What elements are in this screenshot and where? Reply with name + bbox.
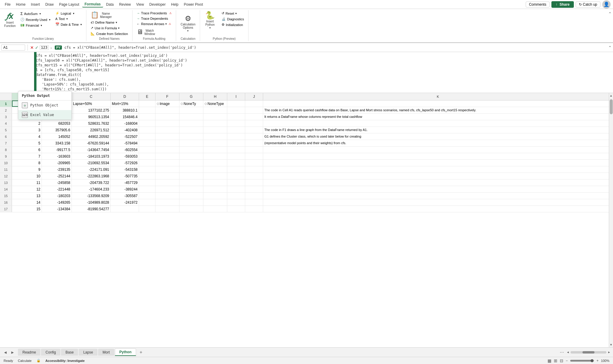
cell-i13[interactable] [227,179,245,186]
hscroll-track[interactable] [571,351,606,354]
cell-b17[interactable]: -134384 [42,206,72,212]
cell-i15[interactable] [227,193,245,199]
cell-h12[interactable] [203,173,227,179]
python-object-option[interactable]: ◇ Python Object [18,100,71,110]
remove-arrows-dropdown-icon[interactable]: ▾ [165,22,167,25]
cell-j8[interactable] [245,147,263,153]
cell-k8[interactable] [263,147,613,153]
cell-i11[interactable] [227,166,245,173]
insert-python-button[interactable]: 🐍 InsertPython ▾ [202,11,217,30]
use-in-formula-dropdown-icon[interactable]: ▾ [118,27,120,30]
formula-bar-expand-icon[interactable]: ⌃ [608,45,612,50]
cell-a15[interactable]: 13 [12,193,42,199]
vertical-scrollbar[interactable]: ▲ ▼ [609,93,613,347]
cell-b9[interactable]: -163603 [42,153,72,159]
formula-mode-icon[interactable]: 123 [40,45,49,50]
cell-i14[interactable] [227,186,245,192]
cell-k1[interactable] [263,100,613,107]
zoom-in-icon[interactable]: + [597,359,599,363]
cell-e4[interactable] [139,120,155,127]
catchup-button[interactable]: ↻ Catch up [576,1,600,7]
cell-g11[interactable] [179,166,203,173]
cell-d1[interactable]: Mort+15% [111,100,139,107]
cell-e17[interactable] [139,206,155,212]
cell-f17[interactable] [155,206,179,212]
cell-k2[interactable]: The code in Cell A1 reads queried cashfl… [263,107,613,113]
share-button[interactable]: ↑ Share [551,1,574,8]
define-name-button[interactable]: 🏷 Define Name ▾ [89,20,119,25]
cell-f11[interactable] [155,166,179,173]
cell-h11[interactable] [203,166,227,173]
cell-g13[interactable] [179,179,203,186]
hscroll-left-icon[interactable]: ◄ [566,351,569,354]
cell-c2[interactable]: 1377102.275 [72,107,111,113]
col-header-e[interactable]: E [139,93,155,100]
cell-a13[interactable]: 11 [12,179,42,186]
cell-h17[interactable] [203,206,227,212]
add-sheet-button[interactable]: + [137,348,145,356]
cell-f2[interactable] [155,107,179,113]
cell-f15[interactable] [155,193,179,199]
ribbon-collapse-icon[interactable]: ⌃ [608,11,612,16]
review-menu[interactable]: Review [117,2,133,7]
trace-dependents-button[interactable]: → Trace Dependents [135,16,170,21]
cell-f13[interactable] [155,179,179,186]
cell-i17[interactable] [227,206,245,212]
cell-i8[interactable] [227,147,245,153]
cell-a10[interactable]: 8 [12,160,42,166]
reset-button[interactable]: ↺ Reset ▾ [220,11,246,16]
scroll-down-icon[interactable]: ▼ [609,342,613,347]
col-header-f[interactable]: F [155,93,179,100]
cell-c4[interactable]: 528631.7632 [72,120,111,127]
cell-k15[interactable] [263,193,613,199]
cell-c16[interactable]: -104989.8028 [72,199,111,205]
cell-d6[interactable]: -522507 [111,133,139,140]
cell-b14[interactable]: -221448 [42,186,72,192]
initialization-button[interactable]: ⚙ Initialization [220,22,246,27]
cell-a7[interactable]: 5 [12,140,42,146]
zoom-slider[interactable] [570,360,594,362]
cell-g14[interactable] [179,186,203,192]
col-header-h[interactable]: H [203,93,227,100]
cell-e12[interactable] [139,173,155,179]
col-header-d[interactable]: D [111,93,139,100]
cell-f10[interactable] [155,160,179,166]
cell-f5[interactable] [155,127,179,133]
cell-d3[interactable]: 154846.4 [111,114,139,120]
cell-d11[interactable]: -543158 [111,166,139,173]
recently-used-button[interactable]: 🕐 Recently Used ▾ [19,17,52,22]
horizontal-scrollbar[interactable]: ◄ ► [566,351,611,354]
expand-formula-icon[interactable]: ⌄ [50,46,52,49]
trace-precedents-button[interactable]: → Trace Precedents ⚠ [135,11,173,16]
date-time-dropdown-icon[interactable]: ▾ [80,23,82,26]
cell-j13[interactable] [245,179,263,186]
cell-f8[interactable] [155,147,179,153]
cell-e2[interactable] [139,107,155,113]
use-in-formula-button[interactable]: ↗ Use in Formula ▾ [89,25,121,31]
cell-e1[interactable] [139,100,155,107]
cell-a9[interactable]: 7 [12,153,42,159]
cell-e9[interactable] [139,153,155,159]
cell-d9[interactable]: -593053 [111,153,139,159]
cell-i3[interactable] [227,114,245,120]
page-layout-view-icon[interactable]: ⊞ [554,358,557,363]
cell-j7[interactable] [245,140,263,146]
autosum-dropdown-icon[interactable]: ▾ [39,12,41,15]
cell-c17[interactable]: -81990.54277 [72,206,111,212]
cell-e6[interactable] [139,133,155,140]
cell-g2[interactable] [179,107,203,113]
insert-python-dropdown-icon[interactable]: ▾ [209,26,211,29]
cell-h9[interactable] [203,153,227,159]
create-from-selection-button[interactable]: 📐 Create from Selection [89,31,129,36]
financial-button[interactable]: 💵 Financial ▾ [19,23,52,28]
cell-g12[interactable] [179,173,203,179]
hscroll-thumb[interactable] [582,351,594,354]
cell-d13[interactable]: -457729 [111,179,139,186]
cell-b5[interactable]: 357905.6 [42,127,72,133]
cell-k9[interactable] [263,153,613,159]
cell-c15[interactable]: -133568.9209 [72,193,111,199]
cell-h16[interactable] [203,199,227,205]
cell-b7[interactable]: 3343.158 [42,140,72,146]
cell-j17[interactable] [245,206,263,212]
cell-j9[interactable] [245,153,263,159]
